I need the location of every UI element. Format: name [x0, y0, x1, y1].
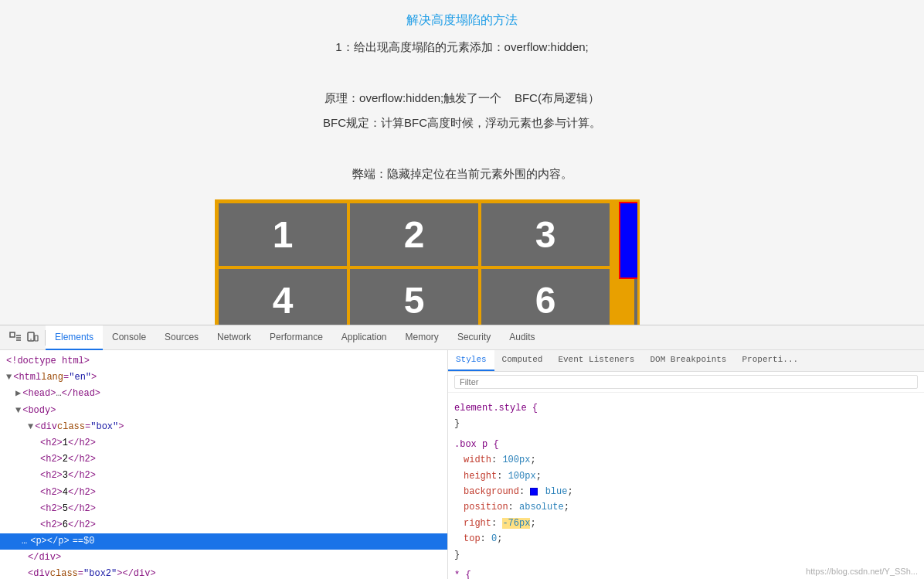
text-line-1: 1：给出现高度塌陷的元素添加：overflow:hidden;	[0, 36, 924, 59]
styles-subtabs: Styles Computed Event Listeners DOM Brea…	[448, 350, 924, 372]
elem-div-close[interactable]: </div>	[0, 550, 447, 566]
styles-content: element.style { } .box p { width: 100px;…	[448, 393, 924, 579]
prop-bg-name: background	[464, 486, 519, 497]
text-line-2: 原理：overflow:hidden;触发了一个 BFC(布局逻辑）	[0, 87, 924, 110]
elem-head[interactable]: ▶ <head>…</head>	[0, 386, 447, 402]
prop-position-val: absolute	[519, 502, 564, 513]
elem-h2-5[interactable]: <h2>5</h2>	[0, 501, 447, 517]
prop-right-name: right	[464, 518, 491, 529]
devtools-toolbar: Elements Console Sources Network Perform…	[0, 325, 924, 350]
tab-security[interactable]: Security	[448, 325, 500, 350]
prop-width-val: 100px	[502, 455, 530, 465]
main-content: 解决高度塌陷的方法 1：给出现高度塌陷的元素添加：overflow:hidden…	[0, 0, 924, 325]
svg-rect-2	[35, 335, 38, 341]
styles-panel: Styles Computed Event Listeners DOM Brea…	[448, 350, 924, 579]
box-cell-6: 6	[480, 267, 611, 333]
subtab-styles[interactable]: Styles	[448, 350, 494, 371]
subtab-properties[interactable]: Properti...	[734, 350, 806, 371]
box-cell-3: 3	[480, 202, 611, 267]
rule-close: }	[454, 418, 460, 429]
box-cell-5: 5	[348, 267, 480, 333]
star-selector: * {	[454, 570, 471, 579]
filter-input[interactable]	[454, 375, 918, 389]
subtab-computed[interactable]: Computed	[494, 350, 551, 371]
toolbar-icons	[3, 330, 46, 346]
prop-position-name: position	[464, 502, 508, 513]
prop-bg-val: blue	[545, 486, 568, 497]
tab-application[interactable]: Application	[332, 325, 396, 350]
tab-performance[interactable]: Performance	[260, 325, 332, 350]
elem-div-box2[interactable]: <div class="box2"></div>	[0, 566, 447, 579]
devtools-body: <!doctype html> ▼ <html lang="en"> ▶ <he…	[0, 350, 924, 579]
devtools-tabs: Elements Console Sources Network Perform…	[46, 325, 921, 350]
devtools-panel: Elements Console Sources Network Perform…	[0, 325, 924, 579]
box-cell-1: 1	[217, 202, 348, 267]
color-swatch-blue	[530, 488, 538, 496]
elem-doctype: <!doctype html>	[0, 353, 447, 370]
tab-elements[interactable]: Elements	[46, 325, 103, 350]
box-p-selector: .box p {	[454, 439, 499, 450]
elem-h2-3[interactable]: <h2>3</h2>	[0, 468, 447, 484]
prop-height-name: height	[464, 471, 497, 482]
elem-html[interactable]: ▼ <html lang="en">	[0, 370, 447, 386]
tab-console[interactable]: Console	[103, 325, 155, 350]
box-demo: 1 2 3 4 5 6	[215, 199, 709, 335]
box-cell-2: 2	[348, 202, 480, 267]
text-line-3: BFC规定：计算BFC高度时候，浮动元素也参与计算。	[0, 111, 924, 135]
title-line: 解决高度塌陷的方法	[0, 8, 924, 32]
rule-selector: element.style {	[454, 403, 538, 414]
filter-bar	[448, 372, 924, 393]
floating-p	[619, 202, 640, 279]
elem-h2-6[interactable]: <h2>6</h2>	[0, 517, 447, 533]
elem-h2-1[interactable]: <h2>1</h2>	[0, 435, 447, 451]
box-outer: 1 2 3 4 5 6	[215, 199, 640, 335]
box-p-close: }	[454, 550, 460, 560]
elem-h2-4[interactable]: <h2>4</h2>	[0, 485, 447, 501]
tab-memory[interactable]: Memory	[396, 325, 448, 350]
text-line-4: 弊端：隐藏掉定位在当前元素外围的内容。	[0, 162, 924, 186]
style-rule-box-p: .box p { width: 100px; height: 100px; ba…	[454, 437, 918, 563]
inspect-icon[interactable]	[8, 330, 23, 346]
prop-width-name: width	[464, 455, 491, 465]
text-block: 解决高度塌陷的方法 1：给出现高度塌陷的元素添加：overflow:hidden…	[0, 8, 924, 187]
tab-network[interactable]: Network	[208, 325, 260, 350]
subtab-event-listeners[interactable]: Event Listeners	[550, 350, 642, 371]
style-rule-element: element.style { }	[454, 400, 918, 432]
elem-h2-2[interactable]: <h2>2</h2>	[0, 451, 447, 468]
box-cell-4: 4	[217, 267, 348, 333]
prop-top-name: top	[464, 533, 481, 544]
tab-audits[interactable]: Audits	[500, 325, 544, 350]
prop-right-val: -76px	[502, 518, 530, 529]
device-icon[interactable]	[25, 330, 40, 346]
elem-body[interactable]: ▼ <body>	[0, 403, 447, 419]
subtab-dom-breakpoints[interactable]: DOM Breakpoints	[642, 350, 734, 371]
svg-point-3	[30, 339, 32, 340]
elem-div-box[interactable]: ▼ <div class="box">	[0, 419, 447, 435]
elements-panel[interactable]: <!doctype html> ▼ <html lang="en"> ▶ <he…	[0, 350, 448, 579]
elem-p-selected[interactable]: … <p></p> ==$0	[0, 533, 447, 550]
prop-height-val: 100px	[508, 471, 536, 482]
watermark: https://blog.csdn.net/Y_SSh...	[806, 567, 918, 576]
svg-rect-0	[10, 332, 15, 337]
tab-sources[interactable]: Sources	[155, 325, 208, 350]
